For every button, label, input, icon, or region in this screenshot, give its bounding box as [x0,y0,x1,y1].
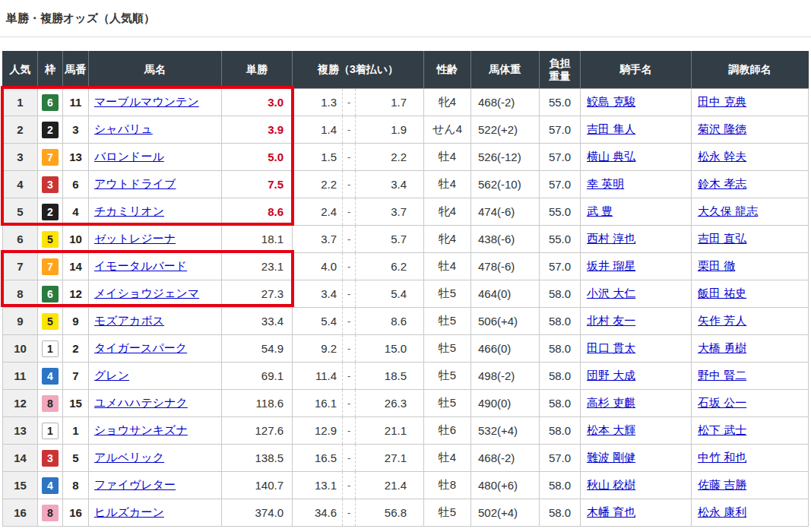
frame-badge: 6 [42,94,59,111]
table-header-row: 人気 枠 馬番 馬名 単勝 複勝（3着払い） 性齢 馬体重 負担重量 騎手名 調… [3,52,809,89]
jockey-link[interactable]: 秋山 稔樹 [587,478,635,491]
frame-cell: 1 [38,417,63,445]
horse-name-link[interactable]: マーブルマウンテン [94,95,199,108]
horse-name-link[interactable]: アルベリック [94,451,164,464]
jockey-link[interactable]: 団野 大成 [587,369,635,382]
jockey-link[interactable]: 坂井 瑠星 [587,259,635,272]
jockey-link[interactable]: 高杉 吏麒 [587,396,635,409]
jockey-link[interactable]: 横山 典弘 [587,150,635,163]
place-odds-separator: - [342,280,356,307]
rank-cell: 7 [3,253,38,280]
frame-cell: 7 [38,253,63,280]
jockey-cell: 秋山 稔樹 [581,472,692,499]
sex-age-cell: 牝4 [424,226,471,253]
trainer-link[interactable]: 飯田 祐史 [698,287,746,299]
place-odds-cell: 2.4 - 3.7 [293,198,424,226]
trainer-link[interactable]: 吉田 直弘 [698,232,746,245]
jockey-link[interactable]: 難波 剛健 [587,451,635,464]
horse-name-link[interactable]: タイガースパーク [94,341,187,354]
trainer-link[interactable]: 佐藤 吉勝 [698,478,746,491]
header-name: 馬名 [89,52,222,89]
frame-badge: 4 [42,477,59,494]
table-row: 4 3 6 アウトドライブ 7.5 2.2 - 3.4 牡4 562(-10) … [3,171,809,198]
odds-table-container: 人気 枠 馬番 馬名 単勝 複勝（3着払い） 性齢 馬体重 負担重量 騎手名 調… [2,51,808,527]
place-odds-cell: 4.0 - 6.2 [293,253,424,280]
horse-name-link[interactable]: アウトドライブ [94,177,176,190]
header-place: 複勝（3着払い） [293,52,424,89]
trainer-link[interactable]: 田中 克典 [698,95,746,108]
horse-name-link[interactable]: イモータルバード [94,259,187,272]
horse-name-link[interactable]: ゼットレジーナ [94,232,176,245]
place-odds-separator: - [342,144,356,170]
place-odds-max: 2.2 [356,150,423,163]
place-odds-separator: - [342,335,356,362]
horse-name-link[interactable]: ヒルズカーン [94,505,164,518]
horse-weight-cell: 522(+2) [471,116,540,144]
odds-table-body: 1 6 11 マーブルマウンテン 3.0 1.3 - 1.7 牝4 468(-2… [3,89,809,527]
trainer-link[interactable]: 大橋 勇樹 [698,341,746,354]
jockey-link[interactable]: 武 豊 [587,204,613,217]
trainer-link[interactable]: 矢作 芳人 [698,314,746,327]
horse-name-link[interactable]: グレン [94,369,129,382]
load-weight-cell: 58.0 [540,308,581,335]
jockey-cell: 坂井 瑠星 [581,253,692,280]
trainer-link[interactable]: 栗田 徹 [698,259,735,272]
jockey-link[interactable]: 鮫島 克駿 [587,95,635,108]
trainer-cell: 吉田 直弘 [692,226,809,253]
sex-age-cell: 牡4 [424,253,471,280]
jockey-link[interactable]: 田口 貫太 [587,341,635,354]
jockey-link[interactable]: 松本 大輝 [587,423,635,436]
table-row: 15 4 8 ファイヴレター 140.7 13.1 - 21.4 牡8 480(… [3,472,809,499]
horse-name-link[interactable]: シャパリュ [94,122,153,135]
place-odds-cell: 1.5 - 2.2 [293,144,424,171]
horse-name-link[interactable]: ファイヴレター [94,478,176,491]
trainer-link[interactable]: 松下 武士 [698,423,746,436]
jockey-link[interactable]: 北村 友一 [587,314,635,327]
frame-cell: 5 [38,226,63,253]
horse-name-link[interactable]: ショウサンキズナ [94,423,188,436]
rank-cell: 15 [3,472,38,499]
jockey-cell: 木幡 育也 [581,499,692,527]
place-odds-min: 16.1 [293,397,342,410]
trainer-link[interactable]: 松永 康利 [698,505,746,518]
horse-name-link[interactable]: メイショウジェンマ [94,287,199,299]
trainer-link[interactable]: 中竹 和也 [698,451,746,464]
trainer-cell: 菊沢 隆徳 [692,116,809,144]
frame-badge: 8 [42,505,59,521]
jockey-link[interactable]: 吉田 隼人 [587,122,635,135]
trainer-cell: 田中 克典 [692,89,809,116]
trainer-link[interactable]: 菊沢 隆徳 [698,122,746,135]
table-row: 10 1 2 タイガースパーク 54.9 9.2 - 15.0 牡5 466(0… [3,335,809,363]
rank-cell: 2 [3,116,38,144]
load-weight-cell: 57.0 [540,171,581,198]
horse-number-cell: 3 [63,116,89,144]
horse-name-cell: ショウサンキズナ [89,417,222,445]
horse-name-link[interactable]: チカミリオン [94,204,164,217]
trainer-link[interactable]: 野中 賢二 [698,369,746,382]
jockey-link[interactable]: 西村 淳也 [587,232,635,245]
trainer-link[interactable]: 松永 幹夫 [698,150,746,163]
jockey-link[interactable]: 小沢 大仁 [587,287,635,299]
horse-name-link[interactable]: モズアカボス [94,314,164,327]
sex-age-cell: 牡5 [424,280,471,308]
trainer-link[interactable]: 石坂 公一 [698,396,746,409]
place-odds-separator: - [342,445,356,471]
win-odds-cell: 3.0 [222,89,293,116]
horse-name-link[interactable]: バロンドール [94,150,164,163]
trainer-cell: 松永 幹夫 [692,144,809,171]
trainer-cell: 大橋 勇樹 [692,335,809,363]
jockey-link[interactable]: 幸 英明 [587,177,624,190]
rank-cell: 6 [3,226,38,253]
place-odds-cell: 3.4 - 5.4 [293,280,424,308]
jockey-link[interactable]: 木幡 育也 [587,505,635,518]
horse-name-cell: タイガースパーク [89,335,222,363]
jockey-cell: 西村 淳也 [581,226,692,253]
table-row: 16 8 16 ヒルズカーン 374.0 34.6 - 56.8 牡5 502(… [3,499,809,527]
rank-cell: 11 [3,363,38,390]
trainer-link[interactable]: 鈴木 孝志 [698,177,746,190]
sex-age-cell: 牝4 [424,198,471,226]
place-odds-separator: - [342,226,356,252]
horse-name-link[interactable]: ユメハハテシナク [94,396,188,409]
frame-cell: 6 [38,280,63,308]
trainer-link[interactable]: 大久保 龍志 [698,204,758,217]
